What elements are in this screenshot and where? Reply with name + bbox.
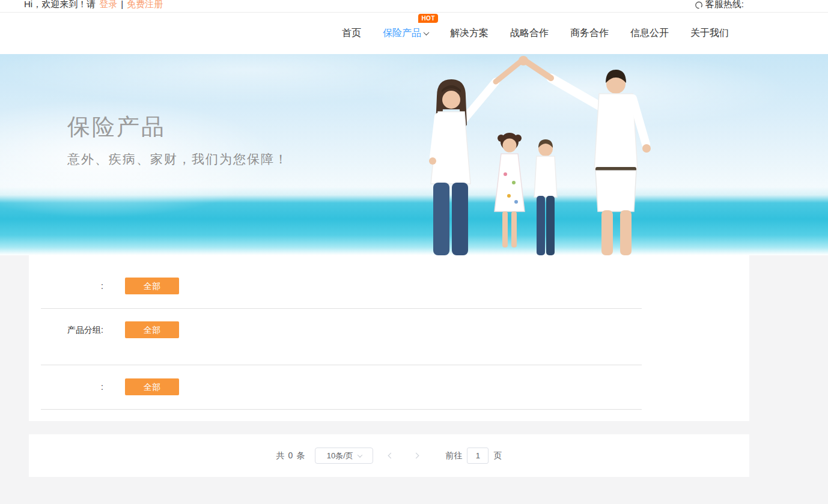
banner-subtitle: 意外、疾病、家财，我们为您保障！ (67, 151, 288, 168)
banner-title: 保险产品 (67, 112, 288, 142)
filter-row-1: : 全部 (29, 278, 749, 294)
hotline-label: 客服热线: (705, 0, 744, 10)
hot-badge: HOT (418, 14, 438, 23)
filter-label-product-group: 产品分组: (29, 321, 103, 338)
greeting-text: Hi，欢迎来到！请 (24, 0, 96, 10)
prev-page-button[interactable] (382, 448, 400, 464)
nav-item-about-us[interactable]: 关于我们 (689, 25, 730, 42)
filter-card: : 全部 产品分组: 全部 : 全部 (29, 255, 749, 421)
filter-label-3: : (29, 378, 103, 395)
page-size-value: 10条/页 (327, 451, 353, 461)
filter-label-1: : (29, 278, 103, 294)
headset-icon (694, 1, 703, 13)
login-link[interactable]: 登录 (99, 0, 117, 10)
next-page-button[interactable] (407, 448, 425, 464)
goto-label: 前往 (445, 451, 462, 461)
page-unit-label: 页 (493, 451, 502, 461)
topbar-separator: | (121, 0, 123, 10)
chevron-left-icon (388, 453, 394, 459)
nav-item-information-disclosure[interactable]: 信息公开 (629, 25, 670, 42)
filter-all-button-3[interactable]: 全部 (125, 378, 179, 395)
divider (41, 308, 642, 309)
nav-item-home[interactable]: 首页 (341, 25, 362, 42)
filter-all-button-2[interactable]: 全部 (125, 321, 179, 338)
chevron-down-icon (424, 29, 430, 35)
register-link[interactable]: 免费注册 (127, 0, 163, 10)
chevron-right-icon (413, 453, 419, 459)
page-size-select[interactable]: 10条/页 (315, 448, 373, 464)
hero-banner: 保险产品 意外、疾病、家财，我们为您保障！ (0, 54, 828, 255)
nav-item-business-cooperation[interactable]: 商务合作 (569, 25, 610, 42)
nav-item-strategic-cooperation[interactable]: 战略合作 (509, 25, 550, 42)
filter-all-button-1[interactable]: 全部 (125, 278, 179, 294)
divider (41, 409, 642, 410)
pagination-bar: 共 0 条 10条/页 前往 页 (29, 434, 749, 477)
banner-family-illustration (394, 54, 676, 255)
topbar: Hi，欢迎来到！请 登录 | 免费注册 客服热线: (0, 0, 828, 13)
page-number-input[interactable] (467, 448, 489, 464)
divider (41, 365, 642, 365)
filter-row-product-group: 产品分组: 全部 (29, 321, 749, 338)
nav-item-solutions[interactable]: 解决方案 (449, 25, 490, 42)
nav-item-insurance-products[interactable]: HOT 保险产品 (382, 25, 430, 42)
main-nav: 首页 HOT 保险产品 解决方案 战略合作 商务合作 信息公开 关于我们 (0, 13, 828, 54)
filter-row-3: : 全部 (29, 378, 749, 395)
chevron-down-icon (358, 452, 362, 457)
total-count: 共 0 条 (276, 451, 306, 461)
